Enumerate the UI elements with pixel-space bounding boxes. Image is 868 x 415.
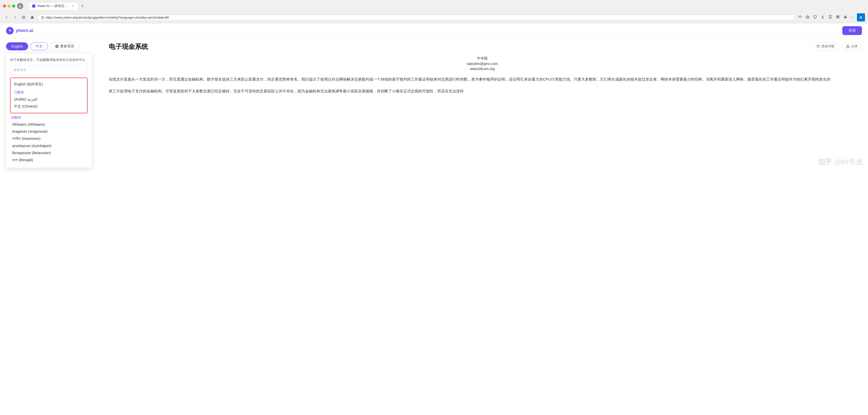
translated-section-label: 已翻译 (14, 90, 85, 95)
tab-close-icon[interactable]: ✕ (71, 4, 75, 8)
traffic-lights (3, 4, 15, 7)
url-text: https://www.yiwen.ai/pub/cka3pcqpps8krmr… (45, 16, 791, 20)
language-tabs: English 中文 更多语言 (6, 42, 97, 50)
list-item[interactable]: বাংলা (Bengali) (11, 156, 87, 164)
more-languages-tab[interactable]: 更多语言 (50, 42, 80, 50)
article-paragraph-1: 在线支付直接从一方发送到另一方，而无需通过金融机构。数字签名提供三方来防止双重支… (109, 76, 856, 83)
active-tab[interactable]: Yiwen AI — 跨语言的知识网络 ✕ (28, 2, 79, 10)
article-email: satoshin@gmx.com (109, 62, 856, 66)
svg-rect-6 (838, 17, 839, 18)
maximize-button[interactable] (12, 4, 15, 7)
list-item[interactable]: azərbaycan (Azerbaijani) (11, 142, 87, 149)
new-tab-button[interactable]: + (79, 2, 86, 10)
tab-title: Yiwen AI — 跨语言的知识网络 (37, 4, 70, 8)
tab-favicon (32, 4, 35, 8)
svg-rect-3 (837, 16, 838, 17)
list-item[interactable]: অসমীয়া (Assamese) (11, 135, 87, 142)
forward-button[interactable] (11, 14, 19, 21)
nav-actions: ··· B (797, 13, 865, 21)
share-button[interactable]: 分享 (842, 42, 862, 50)
untranslated-languages-list: Afrikaans (Afrikaans) Aragonés (Aragones… (10, 121, 88, 164)
chinese-tab[interactable]: 中文 (30, 42, 48, 50)
dropdown-info: 对于未翻译语言，可创建翻译版本到自己的创作中心 (10, 57, 88, 62)
user-avatar (17, 3, 23, 9)
search-input-wrap[interactable]: 搜索语言 (10, 65, 88, 75)
search-input[interactable]: 搜索语言 (13, 68, 84, 72)
article-panel: 电子现金系统 中本聪 satoshin@gmx.com www.bitcoin.… (103, 42, 862, 168)
home-button[interactable] (29, 14, 36, 21)
article-paragraph-2: 第三方处理电子支付的金融机构。尽管该系统对于大多数交易已经足够好。完全不可逆转的… (109, 88, 856, 94)
bookmark-collections-button[interactable] (827, 13, 834, 21)
reader-mode-button[interactable] (797, 13, 804, 21)
bookmark-star-button[interactable] (804, 13, 811, 21)
more-languages-label: 更多语言 (60, 44, 74, 49)
article-meta: 中本聪 satoshin@gmx.com www.bitcoin.org (109, 56, 856, 71)
svg-rect-1 (41, 17, 43, 19)
nav-bar: https://www.yiwen.ai/pub/cka3pcqpps8krmr… (0, 12, 868, 23)
lock-icon (41, 16, 44, 19)
site-header: yiwen.ai 登录 (0, 23, 868, 38)
extensions-button[interactable] (834, 13, 841, 21)
language-dropdown: 对于未翻译语言，可创建翻译版本到自己的创作中心 搜索语言 English (创作… (6, 53, 92, 168)
svg-marker-2 (806, 16, 809, 19)
tabs-bar: Yiwen AI — 跨语言的知识网络 ✕ + (25, 2, 865, 10)
minimize-button[interactable] (7, 4, 10, 7)
logo-icon (6, 27, 13, 34)
bing-button[interactable]: B (857, 13, 865, 21)
page-content: yiwen.ai 登录 English 中文 更多语言 对于未翻译语言，可创建翻… (0, 23, 868, 411)
heart-icon (816, 45, 820, 48)
browser-chrome: Yiwen AI — 跨语言的知识网络 ✕ + https://www.yiwe… (0, 0, 868, 23)
more-options-button[interactable]: ··· (849, 13, 857, 21)
article-website: www.bitcoin.org (109, 67, 856, 71)
svg-point-9 (9, 30, 10, 31)
add-bookmark-label: 添加书签 (822, 44, 835, 49)
untranslated-section-label: 未翻译 (11, 115, 88, 120)
article-author: 中本聪 (109, 56, 856, 61)
share-label: 分享 (851, 44, 858, 49)
svg-rect-5 (837, 17, 838, 18)
login-button[interactable]: 登录 (842, 26, 862, 35)
download-button[interactable] (819, 13, 826, 21)
arabic-language-item[interactable]: (Arabic) العربية (13, 96, 85, 103)
back-button[interactable] (3, 14, 10, 21)
close-button[interactable] (3, 4, 6, 7)
share-icon (846, 45, 849, 48)
title-bar: Yiwen AI — 跨语言的知识网络 ✕ + (0, 0, 868, 12)
list-item[interactable]: беларуская (Belarusian) (11, 149, 87, 156)
svg-rect-4 (838, 16, 839, 17)
english-tab[interactable]: English (6, 42, 28, 50)
left-panel: English 中文 更多语言 对于未翻译语言，可创建翻译版本到自己的创作中心 … (6, 42, 97, 168)
shield-button[interactable] (812, 13, 819, 21)
add-bookmark-button[interactable]: 添加书签 (812, 42, 839, 50)
refresh-button[interactable] (20, 14, 27, 21)
article-body: 在线支付直接从一方发送到另一方，而无需通过金融机构。数字签名提供三方来防止双重支… (109, 76, 856, 94)
globe-icon (55, 45, 59, 48)
logo: yiwen.ai (6, 27, 33, 34)
profile-button[interactable] (842, 13, 849, 21)
highlighted-languages-section: English (创作语言) 已翻译 (Arabic) العربية 中文 (… (10, 78, 88, 113)
article-title: 电子现金系统 (109, 42, 856, 51)
action-bar: 添加书签 分享 (812, 42, 862, 50)
list-item[interactable]: Afrikaans (Afrikaans) (11, 121, 87, 128)
list-item[interactable]: Aragonés (Aragonese) (11, 128, 87, 135)
chinese-language-item[interactable]: 中文 (Chinese) (13, 103, 85, 110)
address-bar[interactable]: https://www.yiwen.ai/pub/cka3pcqpps8krmr… (37, 14, 795, 21)
main-layout: English 中文 更多语言 对于未翻译语言，可创建翻译版本到自己的创作中心 … (0, 38, 868, 172)
logo-text: yiwen.ai (16, 28, 33, 33)
svg-point-7 (845, 16, 846, 17)
source-language-item[interactable]: English (创作语言) (13, 81, 85, 88)
